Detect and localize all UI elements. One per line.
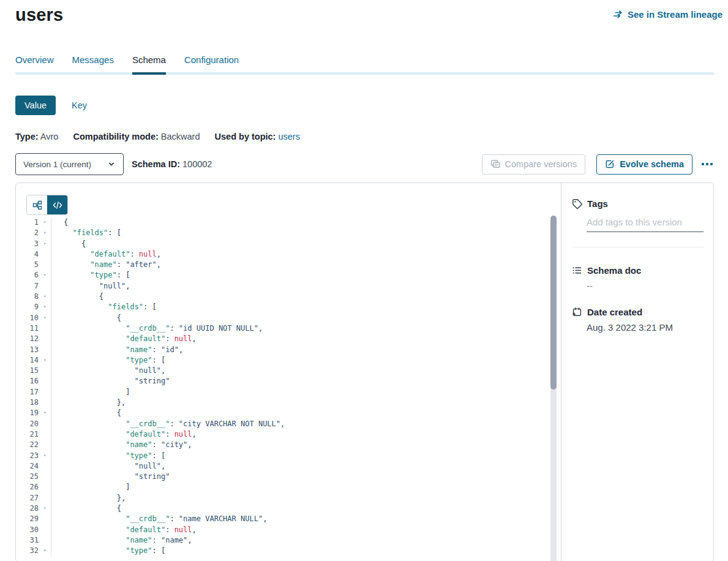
fold-toggle-icon[interactable]: ▾ (39, 292, 51, 302)
code-line-content: "name": "id", (51, 345, 183, 355)
fold-gutter (39, 514, 51, 524)
code-line-content: "name": "name", (51, 535, 192, 546)
code-line: 12 "default": null, (16, 334, 561, 344)
schema-id-value: 100002 (182, 159, 212, 169)
tree-view-icon (32, 200, 42, 210)
versions-icon (490, 159, 500, 169)
code-line: 29 "__crdb__": "name VARCHAR NULL", (16, 514, 561, 524)
code-line-content: { (51, 239, 86, 249)
schema-sidebar: Tags Schema doc -- (561, 183, 713, 561)
line-number: 31 (25, 535, 39, 546)
line-number: 23 (25, 451, 39, 461)
fold-toggle-icon[interactable]: ▾ (39, 451, 51, 461)
stream-lineage-icon (613, 10, 623, 19)
evolve-schema-button[interactable]: Evolve schema (596, 154, 692, 175)
code-line-content: "type": [ (51, 355, 165, 366)
fold-gutter (39, 525, 51, 535)
code-line-content: "default": null, (51, 249, 161, 260)
fold-toggle-icon[interactable]: ▾ (39, 217, 51, 228)
line-number: 1 (25, 217, 39, 228)
code-line-content: "fields": [ (51, 302, 157, 312)
fold-toggle-icon[interactable]: ▾ (39, 408, 51, 418)
fold-gutter (39, 323, 51, 334)
code-line: 26 ] (16, 482, 561, 492)
schema-id-label: Schema ID: (132, 159, 180, 169)
tab-messages[interactable]: Messages (72, 55, 114, 72)
edit-schema-icon (605, 159, 615, 169)
line-number: 13 (25, 345, 39, 355)
fold-gutter (39, 461, 51, 472)
code-line-content: { (51, 292, 103, 302)
key-toggle-button[interactable]: Key (72, 100, 87, 110)
fold-toggle-icon[interactable]: ▾ (39, 239, 51, 249)
code-line: 28▾ { (16, 503, 561, 514)
used-by-topic-label: Used by topic: (215, 132, 276, 141)
fold-gutter (39, 334, 51, 344)
fold-gutter (39, 535, 51, 546)
compare-versions-button[interactable]: Compare versions (482, 154, 586, 175)
version-select[interactable]: Version 1 (current) (15, 153, 124, 175)
code-line: 6▾ "type": [ (16, 270, 561, 280)
code-line-content: "type": [ (51, 546, 165, 556)
line-number: 17 (25, 387, 39, 397)
code-scrollbar-thumb[interactable] (550, 216, 557, 390)
line-number: 22 (25, 440, 39, 450)
fold-toggle-icon[interactable]: ▾ (39, 355, 51, 366)
code-line: 19▾ { (16, 408, 561, 418)
value-toggle-button[interactable]: Value (15, 96, 56, 115)
code-line-content: "string" (51, 376, 170, 386)
tab-overview[interactable]: Overview (15, 55, 54, 72)
line-number: 4 (25, 249, 39, 260)
fold-toggle-icon[interactable]: ▾ (39, 503, 51, 514)
schema-code-pane: 1▾{2▾ "fields": [3▾ {4 "default": null,5… (16, 183, 561, 561)
code-toolbar (16, 183, 561, 215)
fold-toggle-icon[interactable]: ▾ (39, 546, 51, 556)
sidebar-divider (572, 247, 704, 247)
tab-configuration[interactable]: Configuration (184, 55, 239, 72)
dot-icon (710, 163, 713, 165)
version-bar: Version 1 (current) Schema ID: 100002 Co… (15, 153, 714, 175)
list-icon (572, 265, 582, 276)
calendar-add-icon (572, 307, 582, 317)
fold-gutter (39, 345, 51, 355)
line-number: 10 (25, 313, 39, 323)
line-number: 28 (25, 503, 39, 514)
topic-link[interactable]: users (278, 132, 299, 141)
code-line: 15 "null", (16, 366, 561, 376)
code-line: 11 "__crdb__": "id UUID NOT NULL", (16, 323, 561, 334)
compatibility-label: Compatibility mode: (73, 132, 158, 141)
code-line: 25 "string" (16, 472, 561, 482)
code-line: 8▾ { (16, 292, 561, 302)
fold-toggle-icon[interactable]: ▾ (39, 270, 51, 280)
code-line-content: "default": null, (51, 334, 197, 344)
type-label: Type: (15, 132, 39, 141)
code-line-content: "default": null, (51, 429, 197, 440)
line-number: 15 (25, 366, 39, 376)
code-scrollbar[interactable] (550, 216, 557, 561)
stream-lineage-label: See in Stream lineage (628, 9, 722, 20)
code-line-content: "null", (51, 461, 165, 472)
code-line: 18 }, (16, 397, 561, 408)
line-number: 12 (25, 334, 39, 344)
tags-input[interactable] (587, 217, 704, 232)
line-number: 24 (25, 461, 39, 472)
code-line: 31 "name": "name", (16, 535, 561, 546)
line-number: 11 (25, 323, 39, 334)
tab-schema[interactable]: Schema (132, 55, 166, 72)
code-line-content: "name": "after", (51, 260, 161, 270)
dot-icon (702, 163, 704, 165)
stream-lineage-link[interactable]: See in Stream lineage (613, 9, 722, 20)
code-line: 7 "null", (16, 281, 561, 292)
tree-view-button[interactable] (27, 195, 47, 214)
fold-toggle-icon[interactable]: ▾ (39, 228, 51, 238)
fold-toggle-icon[interactable]: ▾ (39, 313, 51, 323)
fold-gutter (39, 472, 51, 482)
fold-toggle-icon[interactable]: ▾ (39, 302, 51, 312)
more-options-button[interactable] (700, 159, 714, 169)
line-number: 5 (25, 260, 39, 270)
code-line-content: "name": "city", (51, 440, 192, 450)
line-number: 32 (25, 546, 39, 556)
code-view-button[interactable] (47, 195, 67, 214)
compare-versions-label: Compare versions (505, 159, 577, 169)
code-line: 21 "default": null, (16, 429, 561, 440)
